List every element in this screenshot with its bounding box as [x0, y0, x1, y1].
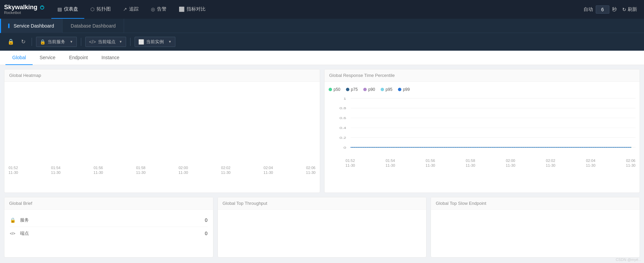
service-brief-value: 0: [205, 217, 208, 223]
global-slow-endpoint-body: [431, 210, 640, 218]
service-brief-icon: 🔒: [10, 217, 17, 223]
tab-service[interactable]: Service: [33, 51, 62, 65]
legend-p50: p50: [329, 87, 341, 92]
nav-item-alarm[interactable]: ◎ 告警: [145, 0, 173, 19]
brief-row-endpoint: </> 端点 0: [10, 227, 208, 240]
nav-right-controls: 自动 秒 ↻ 刷新: [584, 5, 640, 14]
legend-dot-p90: [363, 88, 367, 91]
heatmap-x-label-3: 01:5811-30: [136, 165, 145, 175]
refresh-label: 刷新: [628, 6, 637, 13]
topology-icon: ⬡: [90, 6, 94, 12]
global-slow-endpoint-title: Global Top Slow Endpoint: [431, 197, 640, 210]
heatmap-x-label-2: 01:5611-30: [93, 165, 103, 175]
lock-icon: 🔒: [7, 38, 14, 45]
global-brief-body: 🔒 服务 0 </> 端点 0: [4, 210, 213, 244]
tab-database-dashboard[interactable]: Database Dashboard: [63, 19, 124, 33]
legend-dot-p50: [329, 88, 332, 91]
heatmap-x-label-5: 02:0211-30: [221, 165, 230, 175]
rt-x-label-3: 01:5811-30: [466, 158, 475, 168]
interval-input[interactable]: [596, 5, 609, 14]
global-slow-endpoint-panel: Global Top Slow Endpoint: [431, 197, 640, 258]
tab-service-dashboard[interactable]: Service Dashboard: [0, 19, 63, 33]
main-content: Global Heatmap 01:5211-30 01:5411-30 01:…: [0, 65, 644, 262]
nav-item-trace[interactable]: ↗ 追踪: [117, 0, 145, 19]
service-dashboard-indicator: [8, 23, 10, 28]
endpoint-selector[interactable]: </> 当前端点 ▼: [85, 37, 126, 47]
service-brief-label: 服务: [20, 217, 202, 223]
refresh-controls-btn[interactable]: ↻: [19, 36, 28, 47]
instance-selector-icon: ⬜: [138, 39, 144, 45]
legend-label-p99: p99: [403, 87, 410, 92]
response-time-title: Global Response Time Percentile: [325, 69, 640, 82]
nav-item-topology[interactable]: ⬡ 拓扑图: [84, 0, 117, 19]
refresh-icon: ↻: [622, 7, 626, 12]
tab-global[interactable]: Global: [5, 51, 33, 65]
controls-bar: 🔒 ↻ 🔒 当前服务 ▼ </> 当前端点 ▼ ⬜ 当前实例 ▼: [0, 33, 644, 51]
service-selector-icon: 🔒: [40, 39, 46, 45]
database-dashboard-label: Database Dashboard: [71, 23, 116, 29]
lock-icon-btn[interactable]: 🔒: [5, 36, 16, 47]
nav-item-dashboard[interactable]: ▤ 仪表盘: [51, 0, 84, 19]
legend-label-p75: p75: [351, 87, 358, 92]
tab-endpoint[interactable]: Endpoint: [62, 51, 94, 65]
heatmap-x-label-4: 02:0011-30: [178, 165, 188, 175]
top-navigation: Skywalking Rocketbot ▤ 仪表盘 ⬡ 拓扑图 ↗ 追踪 ◎ …: [0, 0, 644, 19]
tab-instance[interactable]: Instance: [94, 51, 126, 65]
tab-endpoint-label: Endpoint: [69, 55, 88, 60]
legend-label-p50: p50: [334, 87, 341, 92]
nav-menu: ▤ 仪表盘 ⬡ 拓扑图 ↗ 追踪 ◎ 告警 ⬜ 指标对比: [51, 0, 584, 19]
metrics-icon: ⬜: [179, 6, 185, 12]
response-time-legend: p50 p75 p90 p95 p99: [329, 86, 636, 95]
heatmap-title: Global Heatmap: [4, 69, 320, 82]
logo-icon: [40, 5, 45, 10]
instance-selector[interactable]: ⬜ 当前实例 ▼: [135, 37, 175, 47]
global-brief-title: Global Brief: [4, 197, 213, 210]
inner-tab-bar: Global Service Endpoint Instance: [0, 51, 644, 65]
refresh-controls-icon: ↻: [21, 38, 25, 45]
interval-unit: 秒: [612, 6, 617, 13]
divider-3: [130, 38, 130, 46]
heatmap-x-label-1: 01:5411-30: [51, 165, 60, 175]
trace-icon: ↗: [123, 6, 127, 12]
rt-x-label-0: 01:5211-30: [346, 158, 355, 168]
legend-p99: p99: [398, 87, 410, 92]
nav-item-dashboard-label: 仪表盘: [64, 6, 78, 12]
response-time-x-axis: 01:5211-30 01:5411-30 01:5611-30 01:5811…: [329, 158, 636, 168]
rt-x-label-4: 02:0011-30: [506, 158, 515, 168]
service-selector[interactable]: 🔒 当前服务 ▼: [36, 37, 77, 47]
svg-text:0: 0: [343, 146, 346, 149]
legend-p95: p95: [381, 87, 393, 92]
global-brief-panel: Global Brief 🔒 服务 0 </> 端点 0: [4, 197, 213, 258]
svg-text:0.8: 0.8: [339, 106, 346, 110]
bottom-panels: Global Brief 🔒 服务 0 </> 端点 0 Global Top …: [4, 197, 640, 258]
legend-dot-p99: [398, 88, 401, 91]
endpoint-selector-icon: </>: [89, 39, 96, 45]
nav-item-alarm-label: 告警: [157, 6, 167, 12]
legend-p90: p90: [363, 87, 375, 92]
refresh-button[interactable]: ↻ 刷新: [620, 5, 640, 14]
heatmap-x-label-0: 01:5211-30: [8, 165, 18, 175]
service-selector-arrow: ▼: [70, 40, 73, 44]
tab-instance-label: Instance: [101, 55, 119, 60]
response-time-panel: Global Response Time Percentile p50 p75 …: [324, 69, 640, 193]
rt-x-label-6: 02:0411-30: [586, 158, 595, 168]
watermark: CSDN @myé...: [616, 258, 641, 262]
dashboard-icon: ▤: [57, 6, 62, 12]
endpoint-selector-label: 当前端点: [98, 39, 117, 45]
legend-p75: p75: [346, 87, 358, 92]
response-time-body: p50 p75 p90 p95 p99: [325, 82, 640, 172]
divider-1: [32, 38, 32, 46]
tab-global-label: Global: [12, 55, 26, 60]
endpoint-brief-icon: </>: [10, 231, 17, 235]
service-dashboard-label: Service Dashboard: [14, 23, 54, 29]
nav-item-metrics[interactable]: ⬜ 指标对比: [173, 0, 212, 19]
logo-text: Skywalking: [4, 4, 45, 11]
endpoint-selector-arrow: ▼: [119, 40, 122, 44]
svg-text:0.6: 0.6: [339, 116, 346, 120]
endpoint-brief-label: 端点: [20, 230, 202, 236]
auto-label: 自动: [584, 6, 593, 13]
logo-subtitle: Rocketbot: [4, 11, 21, 15]
dashboard-tab-bar: Service Dashboard Database Dashboard: [0, 19, 644, 33]
heatmap-panel: Global Heatmap 01:5211-30 01:5411-30 01:…: [4, 69, 320, 193]
rt-x-label-5: 02:0211-30: [546, 158, 555, 168]
